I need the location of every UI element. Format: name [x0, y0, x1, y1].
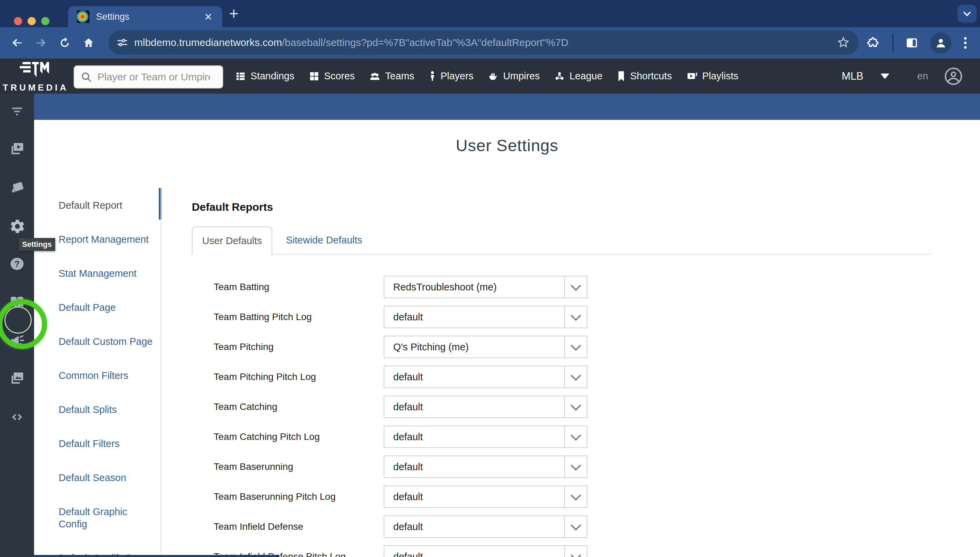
search-input[interactable]: [97, 71, 211, 83]
settings-menu-item[interactable]: Default Custom Page: [59, 336, 154, 348]
field-select[interactable]: default: [384, 425, 588, 448]
settings-menu-item-label: Default Splits: [59, 404, 117, 415]
sidebar-gallery-button[interactable]: [0, 370, 34, 386]
toolbar-right: [867, 27, 980, 59]
site-info-icon[interactable]: [116, 37, 128, 48]
code-icon: [8, 410, 26, 425]
tab-user-defaults[interactable]: User Defaults: [192, 226, 272, 255]
field-select[interactable]: default: [384, 396, 588, 418]
sidebar-cards-button[interactable]: [0, 179, 34, 195]
app-sidebar: ?: [0, 94, 34, 557]
search-icon: [80, 71, 92, 83]
field-row: Team Batting Pitch Log default: [214, 306, 931, 328]
chevron-down-icon: [564, 546, 587, 557]
field-row: Team Pitching Pitch Log default: [214, 366, 931, 388]
settings-menu-item[interactable]: Default Page: [59, 301, 154, 314]
settings-menu-item[interactable]: Default Filters: [59, 438, 154, 450]
close-window-button[interactable]: [14, 17, 22, 25]
back-button[interactable]: [10, 36, 24, 50]
gear-icon: [8, 218, 26, 235]
field-select[interactable]: default: [384, 366, 588, 388]
field-select[interactable]: default: [384, 515, 588, 538]
cards-icon: [8, 179, 26, 195]
macos-traffic-lights: [14, 17, 49, 25]
home-icon: [82, 37, 95, 49]
tab-list-button[interactable]: [957, 5, 977, 23]
filter-icon: [9, 103, 25, 118]
nav-playlists[interactable]: Playlists: [686, 70, 738, 82]
gallery-icon: [8, 370, 26, 386]
field-select[interactable]: RedsTroubleshoot (me): [384, 276, 588, 298]
nav-league[interactable]: League: [554, 70, 603, 82]
field-select[interactable]: default: [384, 306, 588, 328]
nav-shortcuts[interactable]: Shortcuts: [617, 70, 672, 82]
svg-text:?: ?: [14, 259, 20, 269]
field-select[interactable]: Q's Pitching (me): [384, 336, 588, 358]
account-icon[interactable]: [944, 67, 963, 86]
browser-tab-bar: Settings ✕ +: [0, 0, 980, 27]
nav-players[interactable]: Players: [429, 70, 474, 82]
settings-menu-item[interactable]: Stat Management: [59, 267, 154, 280]
playlists-icon: [686, 71, 698, 82]
url-domain: mlbdemo.trumedianetworks.com: [134, 37, 282, 48]
nav-label: Umpires: [503, 70, 540, 82]
select-value: default: [384, 551, 564, 557]
settings-menu: Default Report Report Management Stat Ma…: [59, 199, 154, 557]
tab-close-icon[interactable]: ✕: [204, 11, 212, 23]
field-label: Team Pitching: [214, 336, 384, 358]
reload-button[interactable]: [58, 36, 72, 50]
browser-tab[interactable]: Settings ✕: [68, 6, 222, 27]
trumedia-wordmark: TRUMEDIA: [3, 82, 67, 93]
side-panel-icon[interactable]: [905, 36, 919, 50]
field-row: Team Infield Defense default: [214, 515, 931, 538]
settings-menu-item[interactable]: Default Report: [59, 199, 154, 212]
sidebar-filter-button[interactable]: [0, 103, 34, 118]
browser-menu-kebab-icon[interactable]: [963, 36, 968, 50]
nav-teams[interactable]: Teams: [369, 70, 414, 82]
sidebar-video-button[interactable]: [0, 141, 34, 157]
browser-profile-avatar[interactable]: [930, 33, 951, 54]
trumedia-logo[interactable]: TRUMEDIA: [3, 60, 67, 93]
forward-button[interactable]: [34, 36, 48, 50]
settings-menu-item[interactable]: Common Filters: [59, 370, 154, 382]
field-label: Team Batting Pitch Log: [214, 306, 384, 328]
extensions-icon[interactable]: [867, 36, 881, 50]
tab-sitewide-defaults[interactable]: Sitewide Defaults: [272, 226, 376, 254]
chevron-down-icon[interactable]: [880, 73, 889, 79]
global-search[interactable]: [74, 65, 223, 88]
back-arrow-icon: [11, 37, 23, 49]
address-bar[interactable]: mlbdemo.trumedianetworks.com/baseball/se…: [108, 30, 859, 55]
settings-menu-item[interactable]: Report Management: [59, 233, 154, 246]
settings-menu-item-label: Default Page: [59, 302, 116, 313]
settings-menu-item[interactable]: Default Graphic Config: [59, 506, 154, 530]
trumedia-logo-glyph: [18, 60, 51, 82]
zoom-window-button[interactable]: [41, 17, 49, 25]
header-right: MLB en: [842, 59, 963, 94]
league-selector[interactable]: MLB: [842, 70, 864, 82]
field-select[interactable]: default: [384, 485, 588, 508]
new-tab-button[interactable]: +: [229, 4, 238, 23]
toolbar-divider: [892, 33, 893, 52]
settings-menu-item[interactable]: Default Season: [59, 472, 154, 484]
home-button[interactable]: [82, 36, 95, 50]
field-label: Team Batting: [214, 276, 384, 298]
settings-tooltip: Settings: [19, 238, 55, 251]
language-label[interactable]: en: [917, 70, 928, 82]
sidebar-code-button[interactable]: [0, 410, 34, 425]
bookmark-star-icon[interactable]: [837, 36, 850, 49]
minimize-window-button[interactable]: [28, 17, 36, 25]
settings-menu-item[interactable]: Default Splits: [59, 404, 154, 416]
field-select[interactable]: default: [384, 546, 588, 557]
field-select[interactable]: default: [384, 456, 588, 478]
settings-menu-item-label: Common Filters: [59, 370, 129, 381]
nav-standings[interactable]: Standings: [235, 70, 294, 82]
nav-umpires[interactable]: Umpires: [488, 70, 540, 82]
chevron-down-icon: [564, 306, 587, 327]
settings-menu-item-label: Report Management: [59, 234, 149, 245]
chevron-down-icon: [564, 277, 587, 298]
nav-scores[interactable]: Scores: [309, 70, 355, 82]
sidebar-help-button[interactable]: ?: [0, 256, 34, 272]
select-value: default: [384, 311, 564, 323]
sidebar-settings-button[interactable]: [0, 218, 34, 235]
field-row: Team Baserunning default: [214, 456, 931, 478]
